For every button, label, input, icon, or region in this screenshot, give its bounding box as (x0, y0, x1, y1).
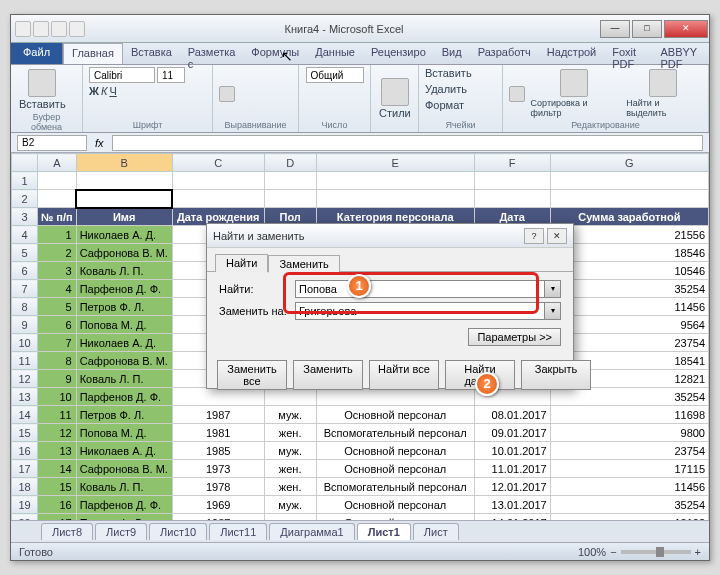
ribbon: Вставить Буфер обмена Ж К Ч Шрифт Выравн… (11, 65, 709, 133)
find-select-button[interactable]: Найти и выделить (624, 67, 702, 120)
dialog-tab-replace[interactable]: Заменить (268, 255, 339, 273)
styles-button[interactable]: Стили (377, 76, 413, 121)
col-a[interactable]: A (38, 154, 77, 172)
redo-icon[interactable] (69, 21, 85, 37)
col-g[interactable]: G (550, 154, 708, 172)
dialog-title: Найти и заменить (213, 230, 304, 242)
zoom-out[interactable]: − (610, 546, 616, 558)
window-title: Книга4 - Microsoft Excel (89, 23, 599, 35)
find-dropdown[interactable]: ▾ (545, 280, 561, 298)
params-button[interactable]: Параметры >> (468, 328, 561, 346)
cursor-icon: ↖ (281, 48, 293, 64)
close-dialog-button[interactable]: Закрыть (521, 360, 591, 390)
find-all-button[interactable]: Найти все (369, 360, 439, 390)
ribbon-tabs: Файл Главная Вставка Разметка с Формулы … (11, 43, 709, 65)
col-d[interactable]: D (264, 154, 316, 172)
font-size[interactable] (157, 67, 185, 83)
tab-addins[interactable]: Надстрой (539, 43, 604, 64)
status-ready: Готово (19, 546, 53, 558)
replace-button[interactable]: Заменить (293, 360, 363, 390)
table-row[interactable]: 18 15 Коваль Л. П. 1978 жен. Вспомогател… (12, 478, 709, 496)
quick-access-toolbar (11, 21, 89, 37)
sheet-tabs: Лист8 Лист9 Лист10 Лист11 Диаграмма1 Лис… (11, 520, 709, 542)
column-headers: A B C D E F G (12, 154, 709, 172)
maximize-button[interactable]: □ (632, 20, 662, 38)
save-icon[interactable] (33, 21, 49, 37)
callout-2: 2 (475, 372, 499, 396)
tab-abbyy[interactable]: ABBYY PDF (652, 43, 709, 64)
cells-insert[interactable]: Вставить (425, 67, 472, 79)
sum-icon[interactable] (509, 86, 525, 102)
col-f[interactable]: F (474, 154, 550, 172)
zoom-in[interactable]: + (695, 546, 701, 558)
formula-bar: fx (11, 133, 709, 153)
callout-1: 1 (347, 274, 371, 298)
tab-view[interactable]: Вид (434, 43, 470, 64)
sheet-tab[interactable]: Лист10 (149, 523, 207, 540)
formula-input[interactable] (112, 135, 703, 151)
zoom-slider[interactable] (621, 550, 691, 554)
table-row[interactable]: 17 14 Сафронова В. М. 1973 жен. Основной… (12, 460, 709, 478)
table-row[interactable]: 16 13 Николаев А. Д. 1985 муж. Основной … (12, 442, 709, 460)
excel-icon (15, 21, 31, 37)
bold-button[interactable]: Ж (89, 85, 99, 97)
tab-review[interactable]: Рецензиро (363, 43, 434, 64)
sheet-tab-active[interactable]: Лист1 (357, 523, 411, 540)
tab-dev[interactable]: Разработч (470, 43, 539, 64)
name-box[interactable] (17, 135, 87, 151)
table-row[interactable]: 19 16 Парфенов Д. Ф. 1969 муж. Основной … (12, 496, 709, 514)
styles-icon (381, 78, 409, 106)
tab-layout[interactable]: Разметка с (180, 43, 244, 64)
fx-label[interactable]: fx (95, 137, 104, 149)
underline-button[interactable]: Ч (109, 85, 116, 97)
tab-home[interactable]: Главная (63, 43, 123, 64)
highlight-box-1 (283, 272, 539, 314)
sheet-tab[interactable]: Диаграмма1 (269, 523, 354, 540)
find-icon (649, 69, 677, 97)
col-e[interactable]: E (316, 154, 474, 172)
table-row[interactable]: 15 12 Попова М. Д. 1981 жен. Вспомогател… (12, 424, 709, 442)
tab-insert[interactable]: Вставка (123, 43, 180, 64)
font-family[interactable] (89, 67, 155, 83)
titlebar: Книга4 - Microsoft Excel — □ ✕ (11, 15, 709, 43)
sheet-tab[interactable]: Лист9 (95, 523, 147, 540)
dialog-help-button[interactable]: ? (524, 228, 544, 244)
replace-dropdown[interactable]: ▾ (545, 302, 561, 320)
app-window: Книга4 - Microsoft Excel — □ ✕ ↖ Файл Гл… (10, 14, 710, 561)
undo-icon[interactable] (51, 21, 67, 37)
tab-formulas[interactable]: Формулы (243, 43, 307, 64)
replace-all-button[interactable]: Заменить все (217, 360, 287, 390)
tab-data[interactable]: Данные (307, 43, 363, 64)
sheet-tab[interactable]: Лист (413, 523, 459, 540)
sort-filter-button[interactable]: Сортировка и фильтр (529, 67, 621, 120)
close-button[interactable]: ✕ (664, 20, 708, 38)
table-row[interactable]: 14 11 Петров Ф. Л. 1987 муж. Основной пе… (12, 406, 709, 424)
cells-delete[interactable]: Удалить (425, 83, 467, 95)
selected-cell[interactable] (76, 190, 172, 208)
align-icon[interactable] (219, 86, 235, 102)
paste-button[interactable]: Вставить (17, 67, 68, 112)
number-format[interactable] (306, 67, 364, 83)
sheet-tab[interactable]: Лист11 (209, 523, 267, 540)
find-replace-dialog: Найти и заменить ? ✕ Найти Заменить Найт… (206, 223, 574, 389)
col-b[interactable]: B (76, 154, 172, 172)
sort-icon (560, 69, 588, 97)
cells-format[interactable]: Формат (425, 99, 464, 111)
paste-icon (28, 69, 56, 97)
sheet-tab[interactable]: Лист8 (41, 523, 93, 540)
zoom-level[interactable]: 100% (578, 546, 606, 558)
dialog-tab-find[interactable]: Найти (215, 254, 268, 272)
file-tab[interactable]: Файл (11, 43, 63, 64)
tab-foxit[interactable]: Foxit PDF (604, 43, 652, 64)
minimize-button[interactable]: — (600, 20, 630, 38)
status-bar: Готово 100% − + (11, 542, 709, 560)
dialog-close-button[interactable]: ✕ (547, 228, 567, 244)
italic-button[interactable]: К (101, 85, 107, 97)
col-c[interactable]: C (172, 154, 264, 172)
